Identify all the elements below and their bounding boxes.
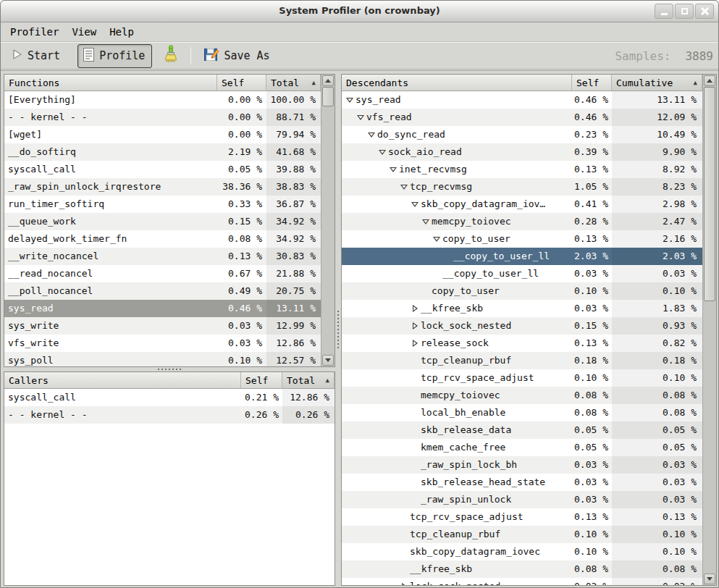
tree-row[interactable]: tcp_rcv_space_adjust0.10 %0.10 %	[342, 369, 702, 387]
total-percent-cell: 39.88 %	[266, 161, 321, 178]
tree-row[interactable]: tcp_cleanup_rbuf0.10 %0.10 %	[342, 526, 702, 543]
scroll-thumb[interactable]	[322, 87, 334, 106]
tree-row[interactable]: __copy_to_user_ll2.03 %2.03 %	[342, 248, 702, 265]
start-button[interactable]: Start	[7, 46, 67, 66]
total-column-header[interactable]: Total▲	[282, 372, 335, 389]
expander-open-icon[interactable]	[421, 217, 432, 227]
table-row[interactable]: _raw_spin_unlock_irqrestore38.36 %38.83 …	[4, 178, 321, 196]
table-row[interactable]: sys_read0.46 %13.11 %	[4, 300, 321, 317]
scroll-thumb[interactable]	[704, 87, 715, 301]
descendants-scrollbar[interactable]	[702, 75, 716, 585]
menu-profiler[interactable]: Profiler	[9, 25, 59, 39]
minimize-button[interactable]	[655, 4, 673, 19]
expander-open-icon[interactable]	[432, 234, 442, 244]
reset-brush-button[interactable]	[158, 42, 183, 70]
tree-row[interactable]: tcp_rcv_space_adjust0.13 %0.13 %	[342, 508, 702, 526]
expander-open-icon[interactable]	[411, 199, 421, 209]
table-row[interactable]: __do_softirq2.19 %41.68 %	[4, 143, 321, 161]
tree-row[interactable]: skb_copy_datagram_iov…0.41 %2.98 %	[342, 196, 702, 213]
expander-open-icon[interactable]	[345, 95, 356, 105]
table-row[interactable]: syscall_call0.05 %39.88 %	[4, 161, 321, 178]
expander-open-icon[interactable]	[367, 130, 377, 140]
tree-row[interactable]: __copy_to_user_ll0.03 %0.03 %	[342, 265, 702, 282]
expander-closed-icon[interactable]	[411, 303, 421, 314]
table-row[interactable]: - - kernel - -0.00 %88.71 %	[4, 109, 321, 126]
tree-row[interactable]: inet_recvmsg0.13 %8.92 %	[342, 161, 702, 178]
function-name-cell: __kfree_skb	[342, 560, 572, 578]
tree-row[interactable]: skb_release_data0.05 %0.05 %	[342, 421, 702, 439]
self-percent-cell: 0.46 %	[572, 109, 612, 126]
tree-row[interactable]: copy_to_user0.13 %2.16 %	[342, 230, 702, 248]
functions-column-header[interactable]: Functions	[4, 75, 217, 91]
scroll-down-button[interactable]	[704, 574, 715, 584]
tree-row[interactable]: sys_read0.46 %13.11 %	[342, 91, 702, 109]
tree-row[interactable]: skb_copy_datagram_iovec0.10 %0.10 %	[342, 543, 702, 560]
table-row[interactable]: [wget]0.00 %79.94 %	[4, 126, 321, 143]
table-row[interactable]: vfs_write0.03 %12.86 %	[4, 335, 321, 352]
tree-row[interactable]: _raw_spin_unlock0.03 %0.03 %	[342, 491, 702, 508]
expander-closed-icon[interactable]	[400, 581, 410, 585]
table-row[interactable]: __poll_nocancel0.49 %20.75 %	[4, 282, 321, 300]
scroll-up-button[interactable]	[704, 75, 715, 86]
table-row[interactable]: syscall_call0.21 %12.86 %	[4, 389, 335, 406]
table-row[interactable]: [Everything]0.00 %100.00 %	[4, 91, 321, 109]
tree-row[interactable]: release_sock0.13 %0.82 %	[342, 335, 702, 352]
cumulative-column-header[interactable]: Cumulative▲	[612, 75, 702, 91]
function-name-cell: copy_to_user	[342, 230, 572, 248]
table-row[interactable]: __write_nocancel0.13 %30.83 %	[4, 248, 321, 265]
tree-row[interactable]: __kfree_skb0.08 %0.08 %	[342, 560, 702, 578]
table-row[interactable]: sys_write0.03 %12.99 %	[4, 317, 321, 335]
expander-open-icon[interactable]	[356, 112, 366, 122]
tree-row[interactable]: lock_sock_nested0.15 %0.93 %	[342, 317, 702, 335]
function-name-cell: skb_copy_datagram_iovec	[342, 543, 572, 560]
expander-open-icon[interactable]	[400, 182, 410, 192]
descendants-column-header[interactable]: Descendants	[342, 75, 572, 91]
profile-toggle-button[interactable]: Profile	[77, 44, 152, 68]
tree-row[interactable]: tcp_cleanup_rbuf0.18 %0.18 %	[342, 352, 702, 369]
tree-row[interactable]: memcpy_toiovec0.28 %2.47 %	[342, 213, 702, 230]
tree-row[interactable]: lock_sock_nested0.03 %0.03 %	[342, 578, 702, 585]
self-column-header[interactable]: Self	[241, 372, 282, 389]
maximize-button[interactable]	[675, 4, 694, 19]
function-name-cell: _raw_spin_unlock_irqrestore	[4, 178, 217, 196]
expander-open-icon[interactable]	[389, 164, 399, 175]
table-row[interactable]: __queue_work0.15 %34.92 %	[4, 213, 321, 230]
save-as-button[interactable]: Save As	[198, 43, 277, 68]
tree-row[interactable]: __kfree_skb0.03 %1.83 %	[342, 300, 702, 317]
tree-row[interactable]: skb_release_head_state0.03 %0.03 %	[342, 474, 702, 491]
expander-open-icon[interactable]	[378, 147, 388, 157]
tree-row[interactable]: _raw_spin_lock_bh0.03 %0.03 %	[342, 456, 702, 474]
splitter-grip-icon	[157, 368, 182, 371]
functions-scrollbar[interactable]	[321, 75, 335, 366]
function-name-cell: release_sock	[342, 335, 572, 352]
tree-row[interactable]: local_bh_enable0.08 %0.08 %	[342, 404, 702, 421]
tree-row[interactable]: sock_aio_read0.39 %9.90 %	[342, 143, 702, 161]
titlebar[interactable]: System Profiler (on crownbay)	[1, 1, 718, 22]
table-row[interactable]: - - kernel - -0.26 %0.26 %	[4, 406, 335, 424]
tree-row[interactable]: copy_to_user0.10 %0.10 %	[342, 282, 702, 300]
total-column-header[interactable]: Total▲	[266, 75, 321, 91]
self-percent-cell: 0.23 %	[572, 126, 612, 143]
expander-closed-icon[interactable]	[411, 338, 421, 348]
self-column-header[interactable]: Self	[572, 75, 612, 91]
total-percent-cell: 0.08 %	[612, 404, 702, 421]
tree-row[interactable]: memcpy_toiovec0.08 %0.08 %	[342, 387, 702, 404]
pane-splitter-vertical[interactable]	[335, 74, 341, 586]
callers-column-header[interactable]: Callers	[4, 372, 241, 389]
table-row[interactable]: sys_poll0.10 %12.57 %	[4, 352, 321, 366]
tree-row[interactable]: vfs_read0.46 %12.09 %	[342, 109, 702, 126]
scroll-down-button[interactable]	[322, 355, 334, 366]
tree-row[interactable]: do_sync_read0.23 %10.49 %	[342, 126, 702, 143]
tree-row[interactable]: tcp_recvmsg1.05 %8.23 %	[342, 178, 702, 196]
menu-view[interactable]: View	[71, 25, 97, 39]
table-row[interactable]: delayed_work_timer_fn0.08 %34.92 %	[4, 230, 321, 248]
expander-closed-icon[interactable]	[411, 321, 421, 331]
scroll-up-button[interactable]	[322, 75, 334, 86]
table-row[interactable]: __read_nocancel0.67 %21.88 %	[4, 265, 321, 282]
tree-row[interactable]: kmem_cache_free0.05 %0.05 %	[342, 439, 702, 456]
self-column-header[interactable]: Self	[217, 75, 266, 91]
table-row[interactable]: run_timer_softirq0.33 %36.87 %	[4, 196, 321, 213]
menu-help[interactable]: Help	[109, 25, 135, 39]
close-button[interactable]	[695, 4, 714, 19]
total-percent-cell: 34.92 %	[266, 230, 321, 248]
